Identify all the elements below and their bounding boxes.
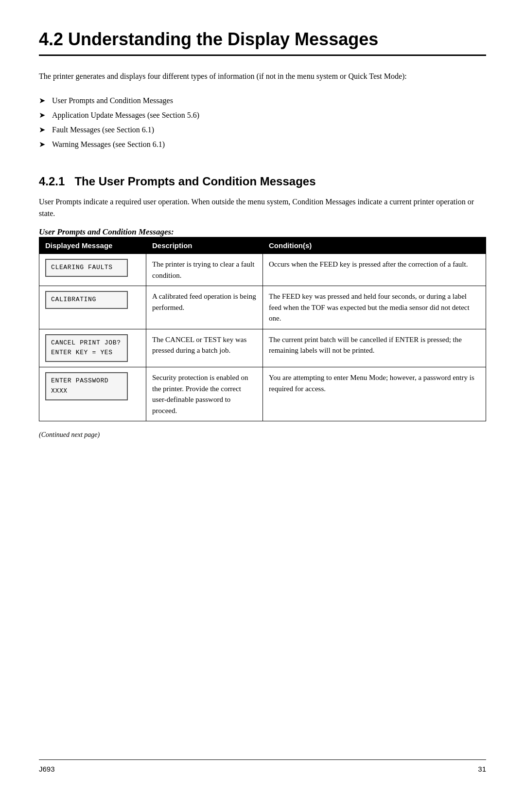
- description-cell: A calibrated feed operation is being per…: [146, 286, 263, 329]
- bullet-arrow: ➤: [39, 139, 45, 150]
- messages-table: Displayed Message Description Condition(…: [39, 237, 486, 421]
- bullet-list: ➤ User Prompts and Condition Messages ➤ …: [39, 95, 486, 153]
- display-message-cell: CLEARING FAULTS: [39, 254, 146, 286]
- table-row: ENTER PASSWORDXXXX Security protection i…: [39, 367, 486, 421]
- bullet-arrow: ➤: [39, 124, 45, 136]
- bullet-arrow: ➤: [39, 95, 45, 107]
- display-message-cell: CANCEL PRINT JOB?ENTER KEY = YES: [39, 329, 146, 367]
- description-cell: Security protection is enabled on the pr…: [146, 367, 263, 421]
- page-container: 4.2 Understanding the Display Messages T…: [0, 0, 525, 812]
- footer-left: J693: [39, 765, 55, 773]
- section-heading: 4.2.1 The User Prompts and Condition Mes…: [39, 175, 486, 188]
- table-row: CALIBRATING A calibrated feed operation …: [39, 286, 486, 329]
- conditions-cell: You are attempting to enter Menu Mode; h…: [263, 367, 486, 421]
- lcd-display: CANCEL PRINT JOB?ENTER KEY = YES: [45, 334, 128, 362]
- bullet-arrow: ➤: [39, 109, 45, 121]
- col-header-display: Displayed Message: [39, 237, 146, 254]
- conditions-cell: The FEED key was pressed and held four s…: [263, 286, 486, 329]
- description-cell: The CANCEL or TEST key was pressed durin…: [146, 329, 263, 367]
- page-title: 4.2 Understanding the Display Messages: [39, 29, 486, 50]
- col-header-conditions: Condition(s): [263, 237, 486, 254]
- description-cell: The printer is trying to clear a fault c…: [146, 254, 263, 286]
- page-header: 4.2 Understanding the Display Messages: [39, 29, 486, 56]
- table-row: CLEARING FAULTS The printer is trying to…: [39, 254, 486, 286]
- list-item: ➤ Warning Messages (see Section 6.1): [39, 139, 486, 150]
- list-item: ➤ Fault Messages (see Section 6.1): [39, 124, 486, 136]
- conditions-cell: The current print batch will be cancelle…: [263, 329, 486, 367]
- page-footer: J693 31: [39, 759, 486, 773]
- display-message-cell: CALIBRATING: [39, 286, 146, 329]
- lcd-display: CALIBRATING: [45, 291, 128, 309]
- list-item: ➤ User Prompts and Condition Messages: [39, 95, 486, 107]
- lcd-display: CLEARING FAULTS: [45, 259, 128, 277]
- table-row: CANCEL PRINT JOB?ENTER KEY = YES The CAN…: [39, 329, 486, 367]
- intro-paragraph: The printer generates and displays four …: [39, 71, 486, 82]
- section-body: User Prompts indicate a required user op…: [39, 196, 486, 219]
- continued-note: (Continued next page): [39, 431, 486, 439]
- lcd-display: ENTER PASSWORDXXXX: [45, 372, 128, 400]
- conditions-cell: Occurs when the FEED key is pressed afte…: [263, 254, 486, 286]
- footer-right: 31: [478, 765, 486, 773]
- table-heading: User Prompts and Condition Messages:: [39, 227, 486, 237]
- table-header-row: Displayed Message Description Condition(…: [39, 237, 486, 254]
- display-message-cell: ENTER PASSWORDXXXX: [39, 367, 146, 421]
- col-header-description: Description: [146, 237, 263, 254]
- list-item: ➤ Application Update Messages (see Secti…: [39, 109, 486, 121]
